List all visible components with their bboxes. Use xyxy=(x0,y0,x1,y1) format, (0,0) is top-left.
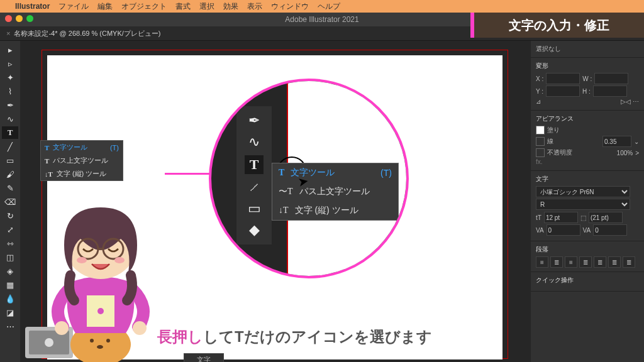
justify-left-button[interactable]: ≣ xyxy=(579,256,592,268)
menu-file[interactable]: ファイル xyxy=(58,1,89,12)
justify-all-button[interactable]: ≣ xyxy=(623,256,635,268)
font-size-input[interactable] xyxy=(544,212,578,223)
magic-wand-tool-icon[interactable]: ✦ xyxy=(2,71,18,84)
flyout-item-vertical-type[interactable]: ↓T 文字 (縦) ツール xyxy=(41,167,123,180)
y-input[interactable] xyxy=(546,85,580,97)
vertical-type-icon: ↓T xyxy=(279,206,289,216)
flip-icon[interactable]: ▷◁ ⋯ xyxy=(621,98,639,105)
justify-right-button[interactable]: ≣ xyxy=(608,256,621,268)
mac-menubar: Illustrator ファイル 編集 オブジェクト 書式 選択 効果 表示 ウ… xyxy=(0,0,644,13)
fill-swatch-icon[interactable] xyxy=(536,126,545,134)
type-tool-icon[interactable]: T xyxy=(2,126,18,139)
zoom-pen-icon: ✒ xyxy=(248,112,260,129)
tracking-icon: VA xyxy=(536,227,544,234)
scale-tool-icon[interactable]: ⤢ xyxy=(2,223,18,236)
selection-tool-icon[interactable]: ▸ xyxy=(2,43,18,56)
minimize-icon[interactable] xyxy=(16,15,23,22)
align-center-button[interactable]: ≣ xyxy=(550,256,563,268)
line-tool-icon[interactable]: ╱ xyxy=(2,140,18,153)
y-label: Y : xyxy=(536,88,543,95)
paintbrush-tool-icon[interactable]: 🖌 xyxy=(2,168,18,180)
color-mode-icon[interactable]: ⋯ xyxy=(2,320,18,332)
traffic-lights xyxy=(0,13,38,25)
align-right-button[interactable]: ≡ xyxy=(565,256,577,268)
align-left-button[interactable]: ≡ xyxy=(536,256,548,268)
fill-label: 塗り xyxy=(547,126,560,134)
stroke-label: 線 xyxy=(547,137,553,146)
zoom-toolbox: ✒ ∿ T ⟋ ▭ ◆ xyxy=(236,106,272,244)
close-icon[interactable] xyxy=(5,15,12,22)
menu-object[interactable]: オブジェクト xyxy=(121,1,167,12)
pen-tool-icon[interactable]: ✒ xyxy=(2,99,18,111)
fill-stroke-icon[interactable]: ◪ xyxy=(2,306,18,319)
panel-character: 文字 小塚ゴシック Pr6N R tT ⬚ VA VA xyxy=(531,171,644,241)
eyedropper-tool-icon[interactable]: 💧 xyxy=(2,292,18,305)
zoom-flyout-label: 文字 (縦) ツール xyxy=(295,205,358,216)
menu-window[interactable]: ウィンドウ xyxy=(271,1,309,12)
transform-header: 変形 xyxy=(536,62,639,70)
eraser-tool-icon[interactable]: ⌫ xyxy=(2,195,18,208)
lasso-tool-icon[interactable]: ⌇ xyxy=(2,85,18,97)
svg-point-2 xyxy=(45,338,53,347)
panels: 選択なし 変形 X : W : Y : H : ⊿▷◁ ⋯ アピアランス 塗り … xyxy=(531,41,644,362)
magnifier-stick xyxy=(165,173,212,175)
appearance-header: アピアランス xyxy=(536,114,639,123)
opacity-label: 不透明度 xyxy=(547,148,572,157)
opacity-value[interactable]: 100% xyxy=(617,150,633,156)
font-weight-select[interactable]: R xyxy=(536,199,630,210)
zoom-line-icon: ⟋ xyxy=(247,179,261,195)
x-label: X : xyxy=(536,75,543,82)
shaper-tool-icon[interactable]: ✎ xyxy=(2,182,18,194)
menu-effect[interactable]: 効果 xyxy=(223,1,238,12)
panel-paragraph: 段落 ≡ ≣ ≡ ≣ ≣ ≣ ≣ xyxy=(531,241,644,272)
app-name[interactable]: Illustrator xyxy=(15,2,50,11)
svg-point-10 xyxy=(133,321,147,335)
path-type-icon: 〜T xyxy=(279,186,293,197)
zoom-flyout-path-type: 〜T パス上文字ツール xyxy=(272,182,398,201)
rotate-tool-icon[interactable]: ↻ xyxy=(2,209,18,222)
svg-point-16 xyxy=(114,257,125,263)
menu-view[interactable]: 表示 xyxy=(247,1,262,12)
stroke-weight-input[interactable] xyxy=(602,136,631,147)
width-tool-icon[interactable]: ⇿ xyxy=(2,237,18,250)
zoom-type-icon: T xyxy=(245,155,264,174)
menu-edit[interactable]: 編集 xyxy=(97,1,113,12)
leading-input[interactable] xyxy=(589,212,623,223)
panel-appearance: アピアランス 塗り 線 ⌄ 不透明度 100% > fx. xyxy=(531,111,644,171)
flyout-item-type[interactable]: T 文字ツール (T) xyxy=(41,141,123,154)
panel-quick-actions: クイック操作 xyxy=(531,272,644,292)
menu-help[interactable]: ヘルプ xyxy=(318,1,340,12)
svg-point-9 xyxy=(55,321,69,335)
menu-select[interactable]: 選択 xyxy=(199,1,214,12)
tutorial-caption: 長押ししてTだけのアイコンを選びます xyxy=(157,327,432,347)
zoom-eraser-icon: ◆ xyxy=(249,222,260,238)
flyout-label: 文字 (縦) ツール xyxy=(57,169,106,178)
zoom-flyout: T 文字ツール (T) 〜T パス上文字ツール ↓T 文字 (縦) ツール xyxy=(272,163,399,221)
x-input[interactable] xyxy=(546,73,580,84)
justify-center-button[interactable]: ≣ xyxy=(594,256,606,268)
tab-close-icon[interactable]: × xyxy=(6,30,10,37)
free-transform-tool-icon[interactable]: ◫ xyxy=(2,251,18,263)
w-input[interactable] xyxy=(594,73,628,84)
zoom-rect-icon: ▭ xyxy=(248,200,261,217)
flyout-label: 文字ツール xyxy=(53,143,87,152)
stroke-swatch-icon[interactable] xyxy=(536,137,545,146)
shape-builder-tool-icon[interactable]: ◈ xyxy=(2,265,18,277)
flyout-item-path-type[interactable]: T パス上文字ツール xyxy=(41,154,123,167)
type-tool-flyout: T 文字ツール (T) T パス上文字ツール ↓T 文字 (縦) ツール xyxy=(40,140,123,181)
kerning-input[interactable] xyxy=(593,224,627,236)
svg-point-8 xyxy=(97,308,104,314)
type-icon: T xyxy=(45,144,49,151)
angle-icon: ⊿ xyxy=(536,98,541,105)
fx-label[interactable]: fx. xyxy=(536,158,543,165)
curvature-tool-icon[interactable]: ∿ xyxy=(2,112,18,125)
font-family-select[interactable]: 小塚ゴシック Pr6N xyxy=(536,186,630,197)
h-input[interactable] xyxy=(593,85,627,97)
menu-format[interactable]: 書式 xyxy=(175,1,191,12)
font-size-icon: tT xyxy=(536,214,541,221)
direct-selection-tool-icon[interactable]: ▹ xyxy=(2,57,18,70)
zoom-icon[interactable] xyxy=(26,15,33,22)
gradient-tool-icon[interactable]: ▦ xyxy=(2,278,18,291)
tracking-input[interactable] xyxy=(547,224,580,236)
rectangle-tool-icon[interactable]: ▭ xyxy=(2,154,18,167)
